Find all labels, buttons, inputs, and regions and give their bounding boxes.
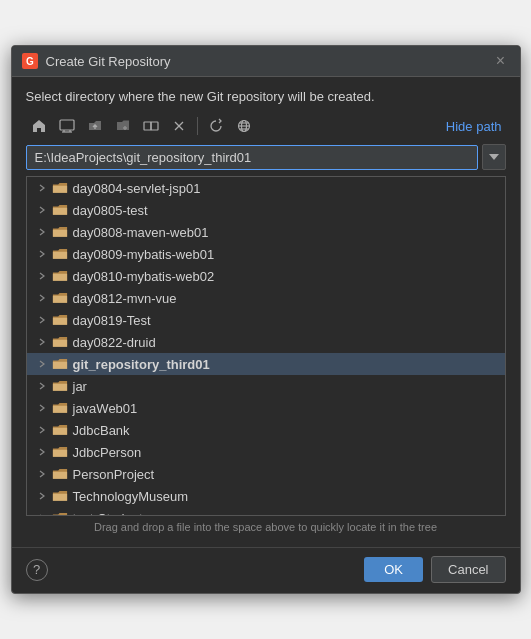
tree-item[interactable]: day0810-mybatis-web02 [27, 265, 505, 287]
svg-text:G: G [26, 56, 34, 67]
close-button[interactable]: × [492, 52, 510, 70]
tree-item[interactable]: day0822-druid [27, 331, 505, 353]
chevron-icon [35, 269, 49, 283]
chevron-icon [35, 225, 49, 239]
path-input-row [26, 144, 506, 170]
tree-item-label: day0810-mybatis-web02 [73, 269, 215, 284]
create-git-repository-dialog: G Create Git Repository × Select directo… [11, 45, 521, 594]
file-tree: day0804-servlet-jsp01 day0805-test day08… [26, 176, 506, 516]
tree-item[interactable]: javaWeb01 [27, 397, 505, 419]
tree-item-label: javaWeb01 [73, 401, 138, 416]
dialog-body: Select directory where the new Git repos… [12, 77, 520, 547]
chevron-icon [35, 313, 49, 327]
cancel-button[interactable]: Cancel [431, 556, 505, 583]
tree-item[interactable]: day0812-mvn-vue [27, 287, 505, 309]
folder-icon [52, 291, 68, 305]
folder-icon [52, 313, 68, 327]
tree-item[interactable]: day0804-servlet-jsp01 [27, 177, 505, 199]
path-dropdown-button[interactable] [482, 144, 506, 170]
drag-hint: Drag and drop a file into the space abov… [26, 516, 506, 537]
chevron-icon [35, 291, 49, 305]
folder-icon [52, 225, 68, 239]
ok-button[interactable]: OK [364, 557, 423, 582]
tree-item[interactable]: jar [27, 375, 505, 397]
tree-item[interactable]: day0809-mybatis-web01 [27, 243, 505, 265]
tree-item[interactable]: day0808-maven-web01 [27, 221, 505, 243]
tree-item[interactable]: JdbcBank [27, 419, 505, 441]
help-button[interactable]: ? [26, 559, 48, 581]
chevron-icon [35, 181, 49, 195]
description-text: Select directory where the new Git repos… [26, 89, 506, 104]
dialog-icon: G [22, 53, 38, 69]
chevron-icon [35, 401, 49, 415]
folder-icon [52, 335, 68, 349]
tree-item-label: jar [73, 379, 87, 394]
chevron-icon [35, 423, 49, 437]
tree-item[interactable]: test-Student [27, 507, 505, 516]
svg-rect-2 [60, 120, 74, 130]
move-button[interactable] [138, 114, 164, 138]
folder-icon [52, 445, 68, 459]
folder-icon [52, 489, 68, 503]
svg-rect-8 [144, 122, 151, 130]
tree-item-label: day0804-servlet-jsp01 [73, 181, 201, 196]
folder-icon [52, 401, 68, 415]
chevron-icon [35, 247, 49, 261]
tree-item-label: day0812-mvn-vue [73, 291, 177, 306]
folder-icon [52, 203, 68, 217]
tree-item-label: day0809-mybatis-web01 [73, 247, 215, 262]
tree-item-label: git_repository_third01 [73, 357, 210, 372]
desktop-button[interactable] [54, 114, 80, 138]
tree-item-label: JdbcBank [73, 423, 130, 438]
tree-item-label: day0808-maven-web01 [73, 225, 209, 240]
dialog-title: Create Git Repository [46, 54, 492, 69]
tree-item-label: day0819-Test [73, 313, 151, 328]
refresh-button[interactable] [203, 114, 229, 138]
tree-item[interactable]: day0819-Test [27, 309, 505, 331]
folder-icon [52, 247, 68, 261]
chevron-icon [35, 357, 49, 371]
chevron-icon [35, 467, 49, 481]
title-bar: G Create Git Repository × [12, 46, 520, 77]
tree-item-label: day0805-test [73, 203, 148, 218]
path-input[interactable] [26, 145, 478, 170]
folder-icon [52, 467, 68, 481]
tree-item[interactable]: day0805-test [27, 199, 505, 221]
chevron-icon [35, 203, 49, 217]
svg-rect-9 [151, 122, 158, 130]
folder-icon [52, 269, 68, 283]
tree-item[interactable]: TechnologyMuseum [27, 485, 505, 507]
tree-item[interactable]: git_repository_third01 [27, 353, 505, 375]
delete-button[interactable] [166, 114, 192, 138]
tree-item[interactable]: PersonProject [27, 463, 505, 485]
folder-icon [52, 423, 68, 437]
tree-item-label: day0822-druid [73, 335, 156, 350]
tree-item-label: JdbcPerson [73, 445, 142, 460]
folder-icon [52, 181, 68, 195]
folder-icon [52, 379, 68, 393]
tree-item-label: TechnologyMuseum [73, 489, 189, 504]
chevron-icon [35, 489, 49, 503]
folder-icon [52, 357, 68, 371]
dialog-footer: ? OK Cancel [12, 547, 520, 593]
folder-up-button[interactable] [82, 114, 108, 138]
toolbar: Hide path [26, 114, 506, 138]
toolbar-separator [197, 117, 198, 135]
tree-item[interactable]: JdbcPerson [27, 441, 505, 463]
network-button[interactable] [231, 114, 257, 138]
hide-path-button[interactable]: Hide path [442, 117, 506, 136]
home-button[interactable] [26, 114, 52, 138]
chevron-icon [35, 445, 49, 459]
chevron-icon [35, 335, 49, 349]
tree-item-label: PersonProject [73, 467, 155, 482]
new-folder-button[interactable] [110, 114, 136, 138]
chevron-icon [35, 379, 49, 393]
